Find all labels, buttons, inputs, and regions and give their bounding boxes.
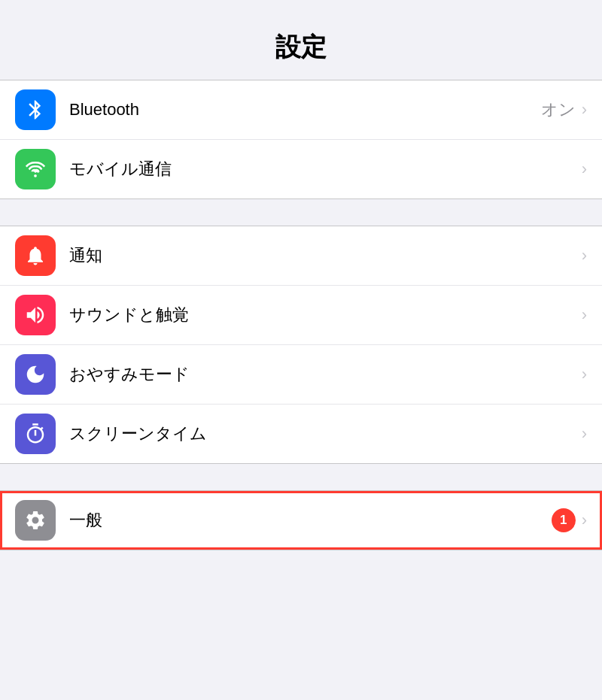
connectivity-group: Bluetooth オン › モバイル通信 › [0,80,602,199]
general-label: 一般 [69,509,552,532]
donotdisturb-icon [15,354,56,395]
general-icon [15,500,56,541]
bluetooth-row[interactable]: Bluetooth オン › [0,80,602,140]
mobile-row[interactable]: モバイル通信 › [0,140,602,198]
sound-label: サウンドと触覚 [69,304,582,326]
general-badge: 1 [552,508,576,532]
page-container: 設定 Bluetooth オン › モバイル通信 [0,0,602,550]
screentime-label: スクリーンタイム [69,423,582,445]
bluetooth-label: Bluetooth [69,100,541,120]
screentime-chevron: › [582,424,587,444]
notifications-group: 通知 › サウンドと触覚 › おやすみモード › [0,226,602,464]
general-chevron: › [582,511,587,530]
notifications-row[interactable]: 通知 › [0,226,602,286]
donotdisturb-chevron: › [582,365,587,384]
general-group: 一般 1 › [0,490,602,550]
svg-point-0 [34,174,37,177]
bluetooth-chevron: › [582,100,587,120]
notifications-chevron: › [582,246,587,265]
screentime-icon [15,414,56,454]
sound-row[interactable]: サウンドと触覚 › [0,286,602,345]
mobile-chevron: › [582,159,587,179]
bluetooth-icon [15,89,56,130]
bluetooth-value: オン [541,98,576,121]
mobile-label: モバイル通信 [69,158,582,180]
sound-chevron: › [582,305,587,325]
sound-icon [15,295,56,335]
page-title: 設定 [0,0,602,80]
notifications-label: 通知 [69,244,582,267]
general-row[interactable]: 一般 1 › [0,491,602,550]
screentime-row[interactable]: スクリーンタイム › [0,405,602,463]
donotdisturb-label: おやすみモード [69,363,582,386]
mobile-icon [15,149,56,189]
notification-icon [15,235,56,276]
donotdisturb-row[interactable]: おやすみモード › [0,345,602,405]
